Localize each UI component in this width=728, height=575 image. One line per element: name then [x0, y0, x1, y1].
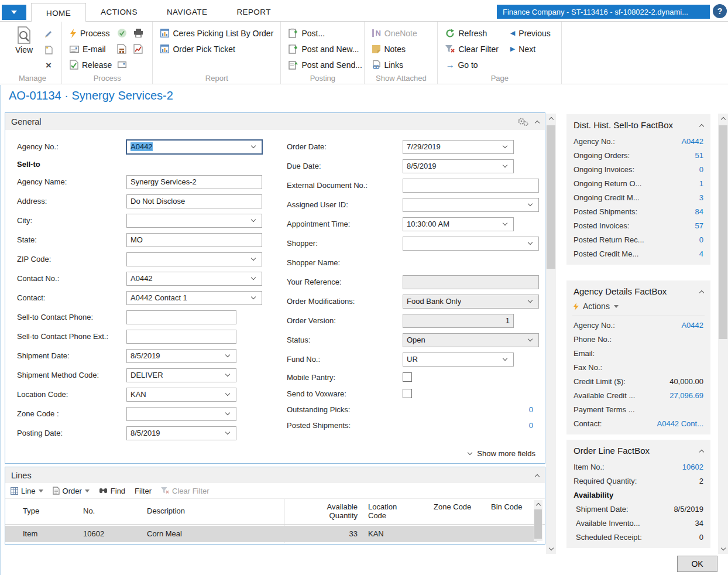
dropdown-icon[interactable] [526, 204, 535, 206]
lines-grid-scrollbar[interactable] [534, 500, 542, 541]
main-scrollbar[interactable] [546, 114, 556, 554]
posted-shipments-value[interactable]: 0 [403, 421, 534, 430]
new-document-icon[interactable] [42, 43, 55, 55]
dropdown-icon[interactable] [500, 146, 510, 148]
print-icon[interactable] [130, 25, 146, 41]
scroll-down-icon[interactable] [718, 544, 728, 554]
cell-location-code[interactable]: KAN [368, 529, 406, 538]
collapse-factbox-icon[interactable] [700, 120, 703, 130]
column-header-available-quantity[interactable]: Available Quantity [305, 502, 358, 520]
help-icon[interactable]: ? [713, 4, 727, 18]
cell-no[interactable]: 10602 [83, 529, 104, 538]
ok-button[interactable]: OK [677, 556, 717, 572]
agency-no-field[interactable]: A0442 [126, 140, 262, 154]
factbox-value-link[interactable]: 4 [699, 249, 703, 258]
dropdown-icon[interactable] [526, 339, 535, 341]
mobile-pantry-checkbox[interactable] [403, 372, 412, 382]
show-more-fields-button[interactable]: Show more fields [468, 449, 535, 458]
zip-field[interactable] [126, 252, 262, 266]
scrollbar-thumb[interactable] [547, 125, 555, 269]
factbox-value-link[interactable]: A0442 [681, 321, 703, 330]
ceres-picking-list-button[interactable]: Ceres Picking List By Order [159, 25, 275, 41]
address-field[interactable]: Do Not Disclose [126, 194, 262, 208]
order-modifications-field[interactable]: Food Bank Only [403, 295, 539, 309]
state-field[interactable]: MO [126, 233, 262, 247]
scroll-up-icon[interactable] [534, 500, 542, 508]
column-header-zone-code[interactable]: Zone Code [434, 502, 471, 511]
factbox-value-link[interactable]: 0 [699, 235, 703, 244]
factbox-value-link[interactable]: 3 [699, 193, 703, 202]
order-date-field[interactable]: 7/29/2019 [403, 140, 514, 154]
factbox-actions-button[interactable]: Actions [572, 300, 705, 316]
tab-home[interactable]: HOME [31, 3, 86, 22]
line-menu-button[interactable]: Line [11, 487, 43, 495]
column-header-no[interactable]: No. [83, 506, 95, 515]
delete-icon[interactable]: × [42, 59, 55, 71]
cell-available-quantity[interactable]: 33 [305, 529, 358, 538]
fund-no-field[interactable]: UR [403, 352, 514, 367]
shipment-method-field[interactable]: DELIVER [126, 368, 236, 382]
zone-code-field[interactable] [126, 407, 236, 421]
due-date-field[interactable]: 8/5/2019 [403, 159, 514, 173]
agency-name-field[interactable]: Synergy Services-2 [126, 175, 262, 189]
table-row-selected[interactable]: Item 10602 Corn Meal 33 KAN [5, 526, 537, 542]
scroll-up-icon[interactable] [718, 114, 728, 124]
factbox-value-link[interactable]: A0442 Cont... [657, 419, 704, 428]
collapse-factbox-icon[interactable] [700, 446, 703, 456]
factbox-value-link[interactable]: A0442 [681, 137, 703, 146]
scrollbar-thumb[interactable] [534, 509, 542, 539]
status-field[interactable]: Open [403, 333, 539, 347]
column-header-bin-code[interactable]: Bin Code [491, 502, 522, 511]
dropdown-icon[interactable] [249, 297, 258, 299]
email-button[interactable]: E-mail [68, 41, 114, 57]
dropdown-icon[interactable] [223, 374, 232, 376]
factbox-value-link[interactable]: 0 [699, 165, 703, 174]
dropdown-icon[interactable] [526, 242, 535, 244]
clear-filter-button[interactable]: Clear Filter [444, 41, 500, 57]
collapse-factbox-icon[interactable] [700, 286, 703, 296]
factbox-value-link[interactable]: 10602 [682, 463, 703, 471]
onenote-button[interactable]: N OneNote [370, 25, 418, 41]
column-header-description[interactable]: Description [147, 506, 185, 515]
scrollbar-thumb[interactable] [719, 125, 727, 339]
shopper-field[interactable] [403, 237, 539, 251]
send-email-icon[interactable] [114, 57, 130, 73]
scroll-down-icon[interactable] [546, 544, 556, 554]
collapse-lines-icon[interactable] [535, 471, 539, 480]
factbox-value-link[interactable]: 51 [695, 151, 703, 160]
dropdown-icon[interactable] [249, 278, 258, 279]
shipment-date-field[interactable]: 8/5/2019 [126, 349, 236, 363]
order-menu-button[interactable]: Order [53, 487, 90, 495]
cell-type[interactable]: Item [23, 529, 37, 538]
find-button[interactable]: Find [99, 487, 125, 495]
location-code-field[interactable]: KAN [126, 388, 236, 402]
tab-report[interactable]: REPORT [222, 3, 285, 21]
factbox-value-link[interactable]: 1 [699, 179, 703, 188]
links-button[interactable]: Links [370, 57, 418, 73]
filter-button[interactable]: Filter [135, 487, 152, 495]
statistics-icon[interactable] [130, 41, 146, 57]
release-button[interactable]: Release [68, 57, 114, 73]
dropdown-icon[interactable] [526, 300, 535, 302]
order-pick-ticket-button[interactable]: Order Pick Ticket [159, 41, 275, 57]
outstanding-picks-value[interactable]: 0 [403, 405, 534, 414]
scroll-up-icon[interactable] [546, 114, 556, 124]
factbox-scrollbar[interactable] [718, 114, 728, 554]
dropdown-icon[interactable] [223, 355, 232, 357]
view-button[interactable]: View [9, 25, 39, 54]
dropdown-icon[interactable] [223, 432, 232, 434]
app-menu-button[interactable] [2, 5, 26, 20]
contact-field[interactable]: A0442 Contact 1 [126, 291, 262, 305]
order-confirmation-icon[interactable] [114, 41, 130, 57]
goto-button[interactable]: → Go to [444, 57, 500, 73]
next-button[interactable]: ▶ Next [509, 41, 552, 57]
dropdown-icon[interactable] [249, 146, 258, 148]
general-section-header[interactable]: General [5, 113, 545, 130]
assigned-user-field[interactable] [403, 198, 539, 212]
tab-actions[interactable]: ACTIONS [86, 3, 152, 21]
column-header-location-code[interactable]: Location Code [368, 502, 406, 520]
approve-icon[interactable] [114, 25, 130, 41]
clear-filter-lines-button[interactable]: Clear Filter [161, 487, 210, 495]
sellto-phone-field[interactable] [126, 310, 236, 324]
contact-no-field[interactable]: A0442 [126, 272, 262, 286]
